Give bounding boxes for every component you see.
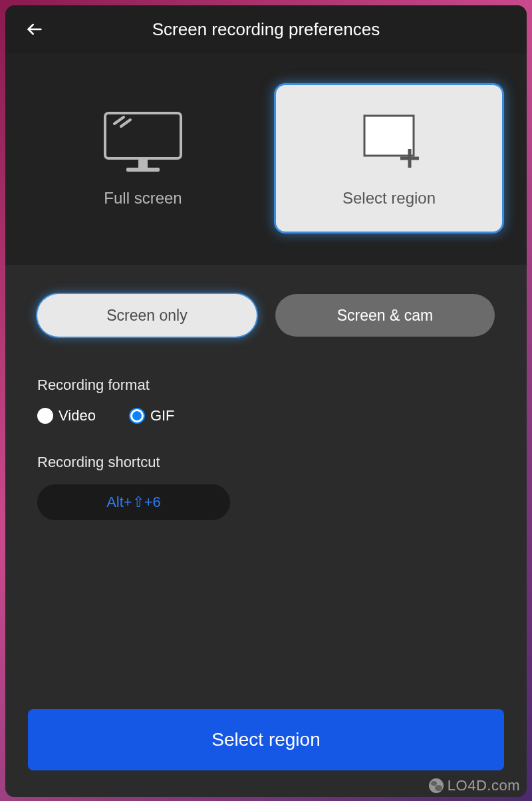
source-mode-screen-only[interactable]: Screen only (37, 294, 257, 337)
shortcut-value: Alt+⇧+6 (106, 494, 161, 511)
radio-icon (129, 408, 145, 424)
back-button[interactable] (24, 19, 45, 40)
pill-label: Screen & cam (337, 307, 433, 325)
svg-rect-1 (105, 113, 181, 158)
svg-rect-5 (126, 168, 160, 172)
svg-line-2 (114, 117, 124, 124)
svg-rect-4 (138, 158, 148, 168)
capture-mode-label: Select region (342, 189, 436, 208)
page-title: Screen recording preferences (5, 19, 527, 40)
recording-format-options: Video GIF (37, 407, 495, 424)
source-mode-row: Screen only Screen & cam (37, 294, 495, 337)
source-mode-screen-cam[interactable]: Screen & cam (275, 294, 495, 337)
watermark-text: LO4D.com (448, 777, 520, 794)
preferences-window: Screen recording preferences Full screen… (5, 5, 527, 797)
radio-icon (37, 408, 53, 424)
capture-mode-full-screen[interactable]: Full screen (30, 85, 256, 232)
globe-icon (429, 778, 444, 793)
options-section: Screen only Screen & cam Recording forma… (5, 265, 527, 797)
select-region-button[interactable]: Select region (28, 709, 504, 770)
back-arrow-icon (25, 20, 44, 39)
pill-label: Screen only (106, 307, 187, 325)
header-bar: Screen recording preferences (5, 5, 527, 53)
region-select-icon (346, 109, 432, 176)
format-option-video[interactable]: Video (37, 407, 96, 424)
capture-mode-select-region[interactable]: Select region (276, 85, 502, 232)
spacer (37, 520, 495, 709)
format-option-gif[interactable]: GIF (129, 407, 175, 424)
recording-format-label: Recording format (37, 377, 495, 394)
recording-shortcut-label: Recording shortcut (37, 454, 495, 471)
radio-label: GIF (150, 407, 175, 424)
capture-mode-section: Full screen Select region (5, 53, 527, 265)
shortcut-display[interactable]: Alt+⇧+6 (37, 484, 230, 520)
monitor-icon (100, 109, 186, 176)
capture-mode-label: Full screen (104, 189, 182, 208)
primary-button-label: Select region (211, 729, 320, 750)
svg-rect-6 (364, 116, 414, 156)
radio-label: Video (59, 407, 96, 424)
watermark: LO4D.com (429, 777, 520, 794)
svg-line-3 (121, 120, 130, 126)
